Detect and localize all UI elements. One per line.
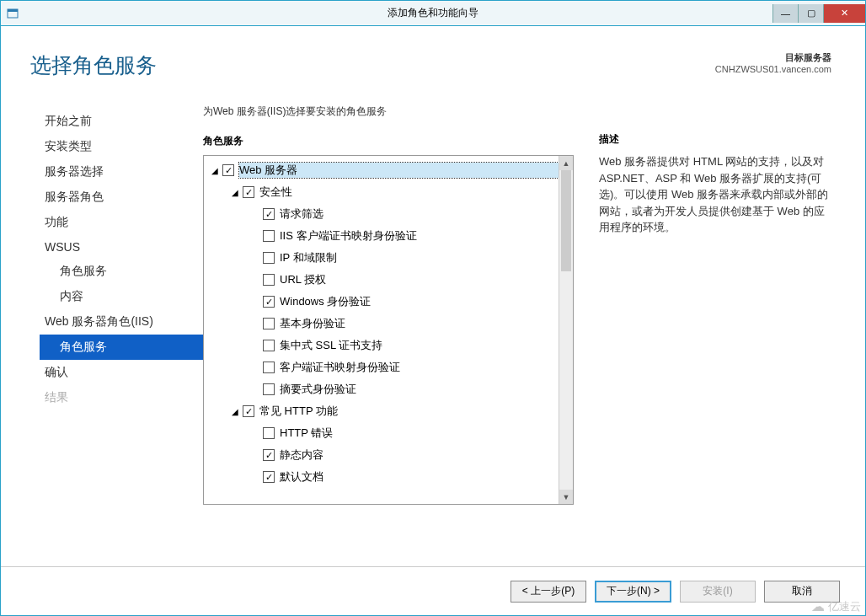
cloud-icon: ☁	[811, 598, 825, 614]
nav-step[interactable]: 功能	[41, 210, 203, 235]
tree-label: Web 服务器	[239, 163, 559, 178]
nav-step[interactable]: 开始之前	[41, 109, 203, 134]
tree-row[interactable]: 客户端证书映射身份验证	[204, 356, 559, 378]
tree-expander-icon[interactable]: ◢	[229, 405, 241, 417]
install-button: 安装(I)	[680, 581, 756, 603]
next-button[interactable]: 下一步(N) >	[595, 581, 671, 603]
window-title: 添加角色和功能向导	[1, 6, 865, 20]
roles-section-label: 角色服务	[203, 134, 574, 148]
tree-spacer	[249, 274, 261, 286]
tree-label: URL 授权	[280, 272, 559, 287]
tree-expander-icon[interactable]: ◢	[229, 186, 241, 198]
target-server-label: 目标服务器	[715, 51, 831, 64]
nav-step[interactable]: 服务器角色	[41, 185, 203, 210]
tree-spacer	[249, 383, 261, 395]
svg-rect-1	[8, 9, 18, 12]
tree-spacer	[249, 318, 261, 329]
tree-row[interactable]: HTTP 错误	[204, 422, 559, 444]
tree-checkbox[interactable]	[263, 383, 275, 395]
nav-step[interactable]: Web 服务器角色(IIS)	[41, 309, 203, 335]
tree-checkbox[interactable]: ✓	[222, 164, 234, 176]
nav-step: 结果	[41, 385, 203, 410]
watermark-text: 亿速云	[828, 599, 861, 614]
tree-checkbox[interactable]	[263, 230, 275, 242]
content-area: 选择角色服务 目标服务器 CNHZWSUS01.vancen.com 开始之前安…	[1, 26, 865, 615]
tree-row[interactable]: ◢✓常见 HTTP 功能	[204, 400, 559, 422]
tree-row[interactable]: ✓默认文档	[204, 466, 559, 488]
title-bar: 添加角色和功能向导 — ▢ ✕	[1, 1, 865, 26]
tree-spacer	[249, 252, 261, 264]
previous-button[interactable]: < 上一步(P)	[511, 581, 586, 603]
close-button[interactable]: ✕	[823, 4, 865, 23]
tree-row[interactable]: ◢✓安全性	[204, 181, 559, 203]
tree-checkbox[interactable]: ✓	[243, 405, 254, 417]
tree-label: 默认文档	[280, 469, 559, 485]
tree-label: 集中式 SSL 证书支持	[280, 338, 559, 353]
tree-label: 基本身份验证	[280, 316, 559, 331]
wizard-footer: < 上一步(P) 下一步(N) > 安装(I) 取消	[1, 566, 865, 615]
tree-row[interactable]: ✓静态内容	[204, 444, 559, 466]
minimize-button[interactable]: —	[772, 4, 798, 23]
role-services-tree: ◢✓Web 服务器◢✓安全性✓请求筛选IIS 客户端证书映射身份验证IP 和域限…	[203, 155, 574, 505]
tree-row[interactable]: IP 和域限制	[204, 247, 559, 269]
tree-label: Windows 身份验证	[280, 294, 559, 309]
tree-checkbox[interactable]	[263, 274, 275, 286]
tree-row[interactable]: 基本身份验证	[204, 313, 559, 335]
page-title: 选择角色服务	[30, 51, 715, 79]
tree-row[interactable]: IIS 客户端证书映射身份验证	[204, 225, 559, 247]
tree-spacer	[249, 340, 261, 351]
tree-scroll-area: ◢✓Web 服务器◢✓安全性✓请求筛选IIS 客户端证书映射身份验证IP 和域限…	[204, 156, 559, 504]
tree-label: 安全性	[259, 185, 559, 200]
tree-spacer	[249, 208, 261, 220]
scroll-down-arrow-icon[interactable]: ▼	[559, 490, 573, 504]
description-text: Web 服务器提供对 HTML 网站的支持，以及对 ASP.NET、ASP 和 …	[599, 153, 831, 236]
tree-label: 静态内容	[280, 447, 559, 463]
tree-checkbox[interactable]	[263, 340, 275, 351]
vertical-scrollbar[interactable]: ▲ ▼	[559, 156, 573, 504]
target-server-value: CNHZWSUS01.vancen.com	[715, 64, 831, 74]
tree-spacer	[249, 230, 261, 242]
tree-checkbox[interactable]	[263, 318, 275, 329]
tree-spacer	[249, 449, 261, 461]
tree-spacer	[249, 296, 261, 308]
scroll-up-arrow-icon[interactable]: ▲	[559, 156, 573, 170]
tree-label: 客户端证书映射身份验证	[280, 360, 559, 375]
nav-step[interactable]: 确认	[41, 360, 203, 385]
nav-step[interactable]: 角色服务	[40, 335, 203, 360]
tree-row[interactable]: URL 授权	[204, 269, 559, 291]
tree-label: IP 和域限制	[280, 250, 559, 265]
nav-step[interactable]: 安装类型	[41, 134, 203, 159]
tree-checkbox[interactable]	[263, 427, 275, 439]
nav-step[interactable]: 服务器选择	[41, 159, 203, 185]
tree-checkbox[interactable]: ✓	[263, 296, 275, 308]
tree-label: HTTP 错误	[280, 426, 559, 441]
wizard-window: 添加角色和功能向导 — ▢ ✕ 选择角色服务 目标服务器 CNHZWSUS01.…	[0, 0, 866, 616]
tree-label: IIS 客户端证书映射身份验证	[280, 228, 559, 244]
description-section-label: 描述	[599, 132, 831, 147]
tree-row[interactable]: ✓Windows 身份验证	[204, 291, 559, 313]
tree-row[interactable]: ✓请求筛选	[204, 203, 559, 225]
nav-step[interactable]: 内容	[41, 284, 203, 309]
nav-step[interactable]: WSUS	[41, 235, 203, 259]
tree-checkbox[interactable]: ✓	[243, 186, 254, 198]
tree-expander-icon[interactable]: ◢	[209, 164, 221, 176]
tree-row[interactable]: ◢✓Web 服务器	[204, 159, 559, 181]
tree-checkbox[interactable]	[263, 252, 275, 264]
tree-checkbox[interactable]: ✓	[263, 208, 275, 220]
tree-spacer	[249, 427, 261, 439]
app-icon	[6, 7, 19, 20]
maximize-button[interactable]: ▢	[798, 4, 823, 23]
tree-label: 常见 HTTP 功能	[259, 404, 559, 419]
nav-step[interactable]: 角色服务	[41, 259, 203, 284]
main-subtitle: 为Web 服务器(IIS)选择要安装的角色服务	[203, 104, 574, 119]
scroll-thumb[interactable]	[561, 170, 571, 271]
tree-checkbox[interactable]: ✓	[263, 471, 275, 483]
tree-row[interactable]: 摘要式身份验证	[204, 378, 559, 400]
tree-checkbox[interactable]	[263, 362, 275, 373]
tree-row[interactable]: 集中式 SSL 证书支持	[204, 335, 559, 356]
watermark: ☁ 亿速云	[811, 598, 861, 614]
tree-checkbox[interactable]: ✓	[263, 449, 275, 461]
tree-spacer	[249, 362, 261, 373]
wizard-nav-sidebar: 开始之前安装类型服务器选择服务器角色功能WSUS角色服务内容Web 服务器角色(…	[1, 104, 203, 566]
tree-label: 请求筛选	[280, 206, 559, 222]
